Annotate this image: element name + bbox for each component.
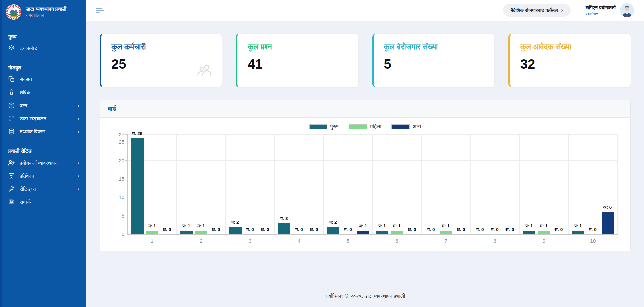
bar-male	[131, 138, 144, 234]
sidebar-item-grid-plus[interactable]: डाटा सङ्कलन›	[2, 112, 86, 125]
sidebar-item-label: प्रश्न	[20, 103, 27, 109]
sidebar-item-newspaper[interactable]: सम्पर्क	[2, 195, 86, 208]
chevron-right-icon: ›	[77, 160, 79, 166]
sidebar-item-wrench[interactable]: सेटिङ्ग्स›	[2, 182, 86, 195]
sidebar-item-label: प्रतिवेदन	[20, 173, 34, 179]
y-axis-label: 5	[111, 213, 124, 219]
topbar: बैदेशिक रोजगारबाट फर्केका › लगिएन प्रयोग…	[86, 0, 644, 21]
user-menu[interactable]: लगिएन प्रयोगकर्ता प्रशायेसन	[586, 3, 634, 17]
topbar-right: बैदेशिक रोजगारबाट फर्केका › लगिएन प्रयोग…	[503, 3, 634, 17]
chevron-right-icon: ›	[77, 129, 79, 134]
presentation-chart-icon	[8, 173, 15, 179]
bar-male	[278, 223, 290, 234]
y-tick	[125, 179, 128, 179]
sidebar-item-label: प्रयोगकर्ता व्यावस्थापन	[20, 160, 58, 166]
chevron-right-icon: ›	[77, 116, 79, 121]
y-axis-label: 10	[111, 194, 124, 200]
footer: सर्वाधिकार © २०२५, डाटा व्यवस्थापन प्रणा…	[86, 284, 644, 307]
bar-other	[357, 231, 369, 234]
sidebar-section-heading: मुख्य	[2, 34, 86, 40]
sidebar-item-presentation-chart[interactable]: प्रतिवेदन›	[2, 169, 86, 182]
sidebar-item-trophy[interactable]: शीर्षक	[2, 86, 86, 99]
hamburger-menu-icon[interactable]	[94, 6, 106, 15]
sidebar-item-question-circle[interactable]: प्रश्न›	[2, 99, 86, 112]
bar-data-label-female: म: 0	[491, 227, 499, 232]
bar-female	[195, 231, 207, 234]
chart-area: 051015202527प: 26म: 1अ: 0प: 1म: 1अ: 0प: …	[127, 135, 618, 244]
x-axis-label: 9	[520, 238, 569, 244]
database-icon	[8, 128, 15, 135]
sidebar-item-label: शीर्षक	[20, 89, 31, 96]
legend-swatch-other	[391, 124, 410, 129]
stat-card-1: कुल कर्मचारी25	[100, 34, 222, 87]
bar-group-ward-2: प: 1म: 1अ: 0	[177, 135, 226, 234]
bar-female	[440, 231, 452, 234]
bar-female	[146, 231, 158, 234]
stat-title: कुल बेरोजगार संख्या	[384, 42, 484, 51]
bars	[520, 231, 568, 234]
bar-data-label-female: म: 1	[393, 223, 401, 229]
stat-value: 5	[384, 57, 484, 72]
user-avatar	[620, 3, 634, 17]
bar-data-label-other: अ: 0	[505, 227, 514, 232]
sidebar-item-label: सम्पर्क	[20, 199, 31, 205]
bar-group-ward-9: प: 1म: 1अ: 0	[520, 135, 569, 234]
x-axis-label: 8	[471, 238, 520, 244]
bar-data-label-male: प: 1	[525, 223, 533, 229]
newspaper-icon	[8, 199, 15, 205]
ward-chart-card: वार्ड पुरुषमहिलाअन्य 051015202527प: 26म:…	[100, 100, 631, 251]
chart-card-body: पुरुषमहिलाअन्य 051015202527प: 26म: 1अ: 0…	[100, 118, 630, 251]
bars	[128, 138, 176, 234]
x-axis-label: 6	[372, 238, 421, 244]
app-root: डाटा व्यवस्थापन प्रणाली नगरपालिका मुख्यड…	[0, 0, 644, 307]
layers-icon	[8, 45, 15, 51]
grid-plus-icon	[8, 115, 15, 122]
sidebar-item-label: तथ्यांक विवरण	[20, 129, 45, 135]
y-tick	[125, 134, 128, 135]
app-subtitle: नगरपालिका	[26, 13, 66, 18]
sidebar-item-layers[interactable]: ड्यासबोड	[2, 42, 86, 55]
bar-group-ward-8: प: 0म: 0अ: 0	[471, 135, 520, 234]
quick-pill-label: बैदेशिक रोजगारबाट फर्केका	[511, 7, 558, 13]
stat-title: कुल कर्मचारी	[111, 42, 212, 51]
bar-male	[180, 231, 193, 234]
h-gridline	[128, 134, 618, 135]
copy-icon	[8, 76, 15, 82]
bars	[324, 227, 372, 234]
bar-group-ward-3: प: 2म: 0अ: 0	[226, 135, 275, 234]
chart-card-title: वार्ड	[108, 105, 116, 112]
sidebar-item-copy[interactable]: सेक्सन	[2, 73, 86, 86]
bars	[569, 212, 617, 234]
x-axis-label: 2	[176, 238, 225, 244]
legend-label: अन्य	[413, 124, 421, 130]
foreign-employment-returnees-button[interactable]: बैदेशिक रोजगारबाट फर्केका ›	[503, 4, 571, 17]
legend-label: पुरुष	[330, 124, 339, 130]
x-axis-label: 7	[422, 238, 471, 244]
bar-data-label-male: प: 26	[132, 131, 143, 136]
bars	[373, 231, 421, 234]
legend-item-other: अन्य	[391, 124, 421, 130]
municipality-logo	[6, 4, 22, 20]
bar-data-label-male: प: 3	[280, 216, 288, 221]
bar-group-ward-10: प: 1म: 0अ: 6	[569, 135, 618, 234]
logo-block: डाटा व्यवस्थापन प्रणाली नगरपालिका	[2, 0, 86, 23]
sidebar-section-heading: मोड्युल	[2, 65, 86, 71]
y-axis-label: 0	[111, 231, 124, 237]
bar-male	[572, 231, 584, 234]
bar-group-ward-1: प: 26म: 1अ: 0	[128, 135, 177, 234]
chart-legend: पुरुषमहिलाअन्य	[110, 124, 620, 130]
bars	[422, 231, 470, 234]
y-axis-label: 15	[111, 176, 124, 182]
bar-female	[538, 231, 550, 234]
y-axis-label: 20	[111, 158, 124, 163]
question-circle-icon	[8, 102, 15, 109]
y-tick	[125, 234, 128, 234]
y-axis-label: 27	[111, 132, 124, 137]
sidebar-item-user-plus[interactable]: प्रयोगकर्ता व्यावस्थापन›	[2, 156, 86, 169]
sidebar-item-database[interactable]: तथ्यांक विवरण›	[2, 125, 86, 138]
bar-other	[602, 212, 614, 234]
chevron-right-icon: ›	[561, 7, 563, 13]
people-icon	[197, 62, 212, 78]
bar-data-label-male: प: 0	[476, 227, 484, 232]
bar-male	[229, 227, 241, 234]
